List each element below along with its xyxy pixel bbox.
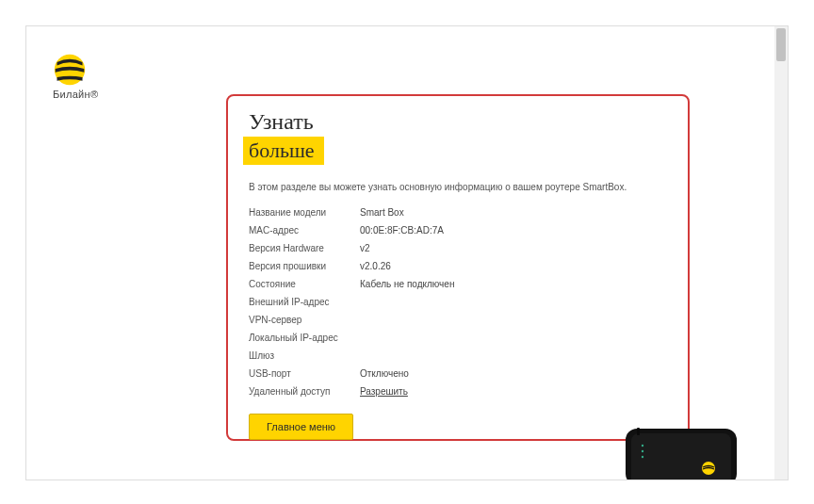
info-label: Локальный IP-адрес (249, 329, 360, 347)
info-label: VPN-сервер (249, 311, 360, 329)
scrollbar[interactable] (774, 26, 788, 480)
info-value (360, 311, 454, 329)
info-row: Версия прошивкиv2.0.26 (249, 257, 454, 275)
info-value (360, 293, 454, 311)
info-row: USB-портОтключено (249, 365, 454, 382)
info-table: Название моделиSmart BoxMAC-адрес00:0E:8… (249, 203, 454, 400)
info-label: USB-порт (249, 365, 360, 382)
svg-point-7 (642, 456, 643, 458)
info-label: Состояние (249, 275, 360, 293)
info-row: MAC-адрес00:0E:8F:CB:AD:7A (249, 221, 454, 239)
svg-point-5 (642, 445, 643, 447)
info-value: Smart Box (360, 203, 454, 221)
info-value: v2.0.26 (360, 257, 454, 275)
info-label: Версия Hardware (249, 239, 360, 257)
card-title-bottom: больше (243, 137, 324, 165)
allow-remote-link[interactable]: Разрешить (360, 386, 408, 397)
info-value (360, 347, 454, 365)
info-row: Внешний IP-адрес (249, 293, 454, 311)
info-card: Узнать больше В этом разделе вы можете у… (226, 94, 690, 441)
brand-logo: Билайн® (53, 53, 109, 100)
card-title-top: Узнать (249, 109, 667, 135)
brand-name: Билайн® (53, 89, 109, 100)
info-row: VPN-сервер (249, 311, 454, 329)
info-row: СостояниеКабель не подключен (249, 275, 454, 293)
scrollbar-thumb[interactable] (776, 28, 786, 61)
card-description: В этом разделе вы можете узнать основную… (249, 182, 667, 192)
router-image (620, 423, 742, 480)
info-row: Локальный IP-адрес (249, 329, 454, 347)
info-label: Версия прошивки (249, 257, 360, 275)
info-label: Удаленный доступ (249, 382, 360, 400)
beeline-icon (53, 53, 87, 87)
info-value: v2 (360, 239, 454, 257)
info-row: Удаленный доступРазрешить (249, 382, 454, 400)
info-value: 00:0E:8F:CB:AD:7A (360, 221, 454, 239)
info-label: Шлюз (249, 347, 360, 365)
svg-rect-3 (637, 428, 640, 435)
info-row: Название моделиSmart Box (249, 203, 454, 221)
info-value: Кабель не подключен (360, 275, 454, 293)
svg-rect-2 (631, 433, 731, 480)
info-label: MAC-адрес (249, 221, 360, 239)
info-value: Разрешить (360, 382, 454, 400)
info-label: Внешний IP-адрес (249, 293, 360, 311)
info-row: Версия Hardwarev2 (249, 239, 454, 257)
info-value (360, 329, 454, 347)
page-viewport: Билайн® Узнать больше В этом разделе вы … (25, 25, 789, 480)
info-row: Шлюз (249, 347, 454, 365)
info-label: Название модели (249, 203, 360, 221)
info-value: Отключено (360, 365, 454, 382)
svg-point-6 (642, 450, 643, 452)
main-menu-button[interactable]: Главное меню (249, 414, 353, 440)
